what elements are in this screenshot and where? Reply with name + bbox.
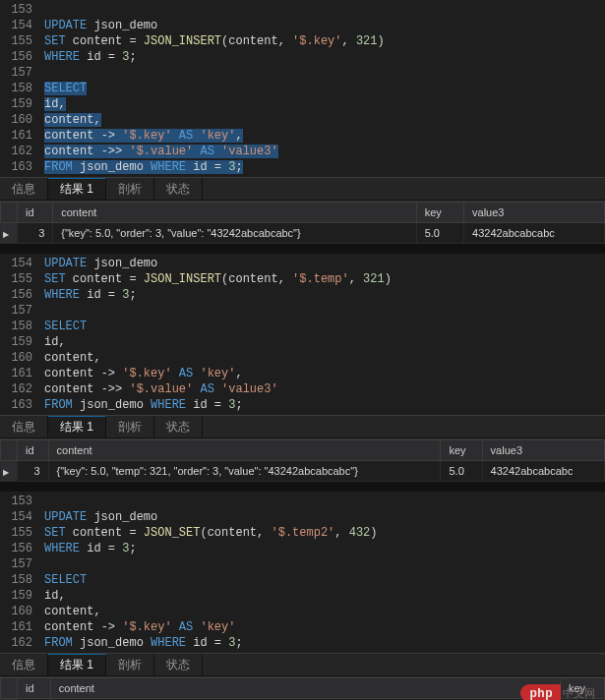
code-line[interactable]: id, bbox=[44, 334, 605, 350]
column-header[interactable]: content bbox=[50, 678, 560, 699]
code-line[interactable] bbox=[44, 494, 605, 509]
line-number: 157 bbox=[0, 65, 32, 81]
code-line[interactable]: SET content = JSON_SET(content, '$.temp2… bbox=[44, 525, 605, 541]
line-number-gutter: 153154155156157158159160161162163 bbox=[0, 2, 44, 175]
sql-editor[interactable]: 153154155156157158159160161162UPDATE jso… bbox=[0, 492, 605, 653]
result-tab[interactable]: 状态 bbox=[154, 416, 203, 438]
result-tab[interactable]: 信息 bbox=[0, 178, 48, 200]
table-row[interactable]: 3{"key": 5.0, "temp": 321, "order": 3, "… bbox=[1, 461, 605, 482]
column-header[interactable]: value3 bbox=[482, 440, 604, 461]
result-tabs: 信息结果 1剖析状态 bbox=[0, 415, 605, 438]
results-grid: idcontentkeyvalue33{"key": 5.0, "order":… bbox=[0, 201, 605, 244]
cell[interactable]: 3 bbox=[18, 223, 53, 244]
cell[interactable]: {"key": 5.0, "temp": 321, "order": 3, "v… bbox=[48, 461, 441, 482]
code-line[interactable]: WHERE id = 3; bbox=[44, 541, 605, 556]
column-header[interactable]: content bbox=[48, 440, 441, 461]
column-header[interactable]: value3 bbox=[464, 203, 605, 223]
code-line[interactable] bbox=[44, 65, 605, 81]
code-line[interactable]: id, bbox=[44, 96, 605, 112]
code-line[interactable]: WHERE id = 3; bbox=[44, 49, 605, 65]
cell[interactable]: 5.0 bbox=[416, 223, 463, 244]
cell[interactable]: 3 bbox=[18, 461, 49, 482]
code-area[interactable]: UPDATE json_demoSET content = JSON_INSER… bbox=[44, 256, 605, 413]
code-line[interactable]: content ->> '$.value' AS 'value3' bbox=[44, 144, 605, 159]
line-number: 161 bbox=[0, 366, 32, 381]
code-line[interactable]: SELECT bbox=[44, 572, 605, 588]
code-area[interactable]: UPDATE json_demoSET content = JSON_SET(c… bbox=[44, 494, 605, 651]
code-line[interactable]: content, bbox=[44, 350, 605, 366]
result-tabs: 信息结果 1剖析状态 bbox=[0, 653, 605, 676]
column-header[interactable]: content bbox=[53, 203, 416, 223]
code-line[interactable]: id, bbox=[44, 588, 605, 604]
result-tab[interactable]: 结果 1 bbox=[48, 178, 106, 200]
code-line[interactable]: content, bbox=[44, 604, 605, 619]
code-line[interactable]: content -> '$.key' AS 'key', bbox=[44, 366, 605, 381]
column-header[interactable]: id bbox=[18, 440, 49, 461]
line-number: 155 bbox=[0, 525, 32, 541]
line-number: 157 bbox=[0, 556, 32, 572]
code-line[interactable]: SET content = JSON_INSERT(content, '$.ke… bbox=[44, 33, 605, 49]
code-line[interactable] bbox=[44, 556, 605, 572]
code-line[interactable]: FROM json_demo WHERE id = 3; bbox=[44, 635, 605, 651]
result-tab[interactable]: 剖析 bbox=[106, 416, 154, 438]
line-number-gutter: 153154155156157158159160161162 bbox=[0, 494, 44, 651]
result-tab[interactable]: 信息 bbox=[0, 654, 48, 675]
line-number: 156 bbox=[0, 49, 32, 65]
code-line[interactable] bbox=[44, 2, 605, 18]
cell[interactable]: 43242abcabcabc bbox=[464, 223, 605, 244]
line-number: 159 bbox=[0, 588, 32, 604]
code-line[interactable]: UPDATE json_demo bbox=[44, 18, 605, 33]
sql-editor[interactable]: 153154155156157158159160161162163UPDATE … bbox=[0, 0, 605, 177]
code-line[interactable]: content -> '$.key' AS 'key', bbox=[44, 128, 605, 144]
row-marker-header bbox=[1, 678, 18, 699]
line-number: 153 bbox=[0, 494, 32, 509]
code-line[interactable]: WHERE id = 3; bbox=[44, 287, 605, 303]
results-grid: idcontentkeyvalue33{"key": 5.0, "temp": … bbox=[0, 438, 605, 482]
code-line[interactable]: content ->> '$.value' AS 'value3' bbox=[44, 381, 605, 397]
cell[interactable]: 5.0 bbox=[441, 461, 482, 482]
code-result-block: 153154155156157158159160161162163UPDATE … bbox=[0, 0, 605, 244]
column-header[interactable]: id bbox=[18, 203, 53, 223]
line-number: 156 bbox=[0, 541, 32, 556]
line-number: 160 bbox=[0, 604, 32, 619]
line-number-gutter: 154155156157158159160161162163 bbox=[0, 256, 44, 413]
results-grid: idcontentkey3{"key": 5.0, "temp": 321, "… bbox=[0, 676, 605, 700]
sql-editor[interactable]: 154155156157158159160161162163UPDATE jso… bbox=[0, 254, 605, 415]
code-line[interactable]: SET content = JSON_INSERT(content, '$.te… bbox=[44, 271, 605, 287]
code-result-block: 153154155156157158159160161162UPDATE jso… bbox=[0, 492, 605, 700]
row-marker-icon bbox=[1, 461, 18, 482]
result-tab[interactable]: 结果 1 bbox=[48, 416, 106, 438]
cell[interactable]: {"key": 5.0, "order": 3, "value": "43242… bbox=[53, 223, 416, 244]
column-header[interactable]: key bbox=[441, 440, 482, 461]
line-number: 161 bbox=[0, 128, 32, 144]
code-result-block: 154155156157158159160161162163UPDATE jso… bbox=[0, 254, 605, 482]
result-tab[interactable]: 剖析 bbox=[106, 178, 154, 200]
line-number: 163 bbox=[0, 397, 32, 413]
row-marker-header bbox=[1, 203, 18, 223]
code-line[interactable] bbox=[44, 303, 605, 319]
table-row[interactable]: 3{"key": 5.0, "order": 3, "value": "4324… bbox=[1, 223, 605, 244]
code-line[interactable]: FROM json_demo WHERE id = 3; bbox=[44, 159, 605, 175]
line-number: 162 bbox=[0, 381, 32, 397]
result-tab[interactable]: 状态 bbox=[154, 178, 203, 200]
cell[interactable]: 43242abcabcabc bbox=[482, 461, 604, 482]
line-number: 154 bbox=[0, 256, 32, 271]
line-number: 154 bbox=[0, 509, 32, 525]
column-header[interactable]: id bbox=[18, 678, 51, 699]
code-line[interactable]: content -> '$.key' AS 'key' bbox=[44, 619, 605, 635]
code-line[interactable]: FROM json_demo WHERE id = 3; bbox=[44, 397, 605, 413]
result-tab[interactable]: 状态 bbox=[154, 654, 203, 675]
code-line[interactable]: UPDATE json_demo bbox=[44, 509, 605, 525]
code-line[interactable]: SELECT bbox=[44, 81, 605, 96]
result-tab[interactable]: 剖析 bbox=[106, 654, 154, 675]
result-tab[interactable]: 结果 1 bbox=[48, 654, 106, 675]
code-area[interactable]: UPDATE json_demoSET content = JSON_INSER… bbox=[44, 2, 605, 175]
line-number: 158 bbox=[0, 81, 32, 96]
code-line[interactable]: SELECT bbox=[44, 319, 605, 334]
line-number: 155 bbox=[0, 271, 32, 287]
code-line[interactable]: content, bbox=[44, 112, 605, 128]
line-number: 154 bbox=[0, 18, 32, 33]
code-line[interactable]: UPDATE json_demo bbox=[44, 256, 605, 271]
result-tab[interactable]: 信息 bbox=[0, 416, 48, 438]
column-header[interactable]: key bbox=[416, 203, 463, 223]
